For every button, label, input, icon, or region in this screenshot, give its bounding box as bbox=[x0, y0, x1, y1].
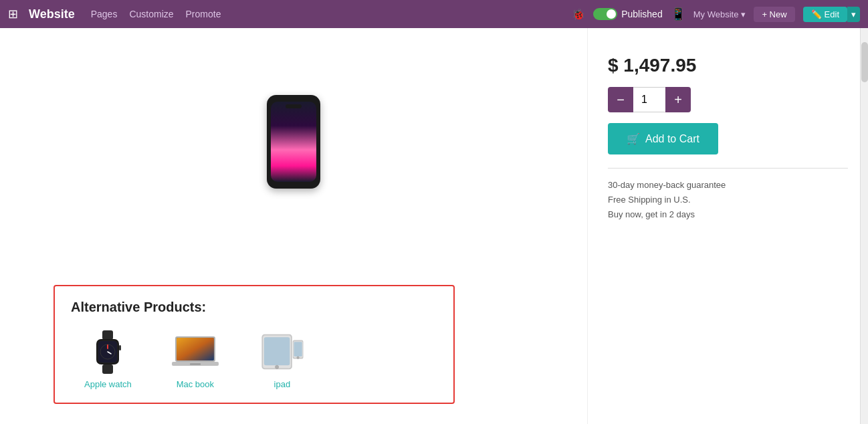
svg-rect-11 bbox=[177, 338, 214, 360]
mobile-icon[interactable]: 📱 bbox=[671, 7, 685, 21]
nav-pages[interactable]: Pages bbox=[91, 9, 118, 19]
svg-rect-0 bbox=[102, 330, 113, 340]
bug-icon[interactable]: 🐞 bbox=[572, 8, 585, 21]
apple-watch-image bbox=[84, 328, 131, 375]
svg-rect-20 bbox=[294, 342, 302, 356]
main-content: Alternative Products: bbox=[0, 28, 868, 424]
toggle-thumb bbox=[607, 9, 616, 19]
cart-icon: 🛒 bbox=[627, 132, 640, 145]
add-to-cart-button[interactable]: 🛒 Add to Cart bbox=[608, 123, 718, 154]
svg-rect-16 bbox=[264, 337, 290, 365]
scrollbar-thumb[interactable] bbox=[861, 42, 868, 82]
iphone-screen bbox=[271, 102, 316, 182]
alt-product-macbook[interactable]: Mac book bbox=[172, 328, 219, 389]
product-price: $ 1,497.95 bbox=[608, 55, 848, 76]
svg-rect-13 bbox=[190, 363, 201, 365]
product-panel: Alternative Products: bbox=[0, 28, 587, 424]
svg-point-21 bbox=[297, 356, 300, 359]
chevron-down-icon: ▾ bbox=[741, 9, 746, 19]
product-image bbox=[267, 95, 320, 189]
my-website-button[interactable]: My Website ▾ bbox=[693, 9, 746, 19]
pencil-icon: ✏️ bbox=[811, 9, 822, 19]
guarantee-line-1: 30-day money-back guarantee bbox=[608, 178, 848, 193]
nav-customize[interactable]: Customize bbox=[129, 9, 173, 19]
nav-links: Pages Customize Promote bbox=[91, 9, 221, 19]
edit-dropdown-button[interactable]: ▾ bbox=[847, 7, 860, 22]
quantity-decrease-button[interactable]: − bbox=[608, 87, 633, 112]
guarantee-line-2: Free Shipping in U.S. bbox=[608, 193, 848, 207]
edit-group: ✏️ Edit ▾ bbox=[803, 7, 860, 22]
alternative-products-section: Alternative Products: bbox=[53, 285, 455, 404]
svg-rect-7 bbox=[102, 364, 113, 374]
edit-button[interactable]: ✏️ Edit bbox=[803, 7, 847, 22]
quantity-increase-button[interactable]: + bbox=[665, 87, 691, 112]
product-info-panel: $ 1,497.95 − + 🛒 Add to Cart 30-day mone… bbox=[587, 28, 868, 424]
brand-name: Website bbox=[29, 7, 75, 21]
apple-watch-svg bbox=[91, 330, 124, 374]
quantity-input[interactable] bbox=[633, 87, 665, 112]
published-label: Published bbox=[621, 9, 663, 19]
navbar: ⊞ Website Pages Customize Promote 🐞 Publ… bbox=[0, 0, 868, 28]
svg-point-17 bbox=[275, 365, 278, 368]
iphone-notch bbox=[286, 104, 302, 108]
alt-products-title: Alternative Products: bbox=[71, 300, 437, 315]
alt-product-apple-watch[interactable]: Apple watch bbox=[84, 328, 132, 389]
quantity-row: − + bbox=[608, 87, 848, 112]
ipad-image bbox=[259, 328, 306, 375]
macbook-svg bbox=[172, 335, 219, 368]
svg-rect-8 bbox=[119, 345, 121, 350]
published-toggle[interactable]: Published bbox=[593, 8, 663, 20]
navbar-right: 🐞 Published 📱 My Website ▾ + New ✏️ Edit… bbox=[572, 7, 860, 22]
macbook-label: Mac book bbox=[177, 379, 214, 389]
scrollbar-track[interactable] bbox=[860, 28, 868, 424]
ipad-svg bbox=[259, 330, 306, 374]
grid-icon[interactable]: ⊞ bbox=[8, 7, 18, 21]
alt-products-grid: Apple watch bbox=[71, 328, 437, 389]
guarantee-line-3: Buy now, get in 2 days bbox=[608, 207, 848, 222]
new-button[interactable]: + New bbox=[754, 7, 794, 22]
toggle-track[interactable] bbox=[593, 8, 617, 20]
separator bbox=[608, 168, 848, 169]
guarantee-text: 30-day money-back guarantee Free Shippin… bbox=[608, 178, 848, 222]
nav-promote[interactable]: Promote bbox=[186, 9, 221, 19]
alt-product-ipad[interactable]: ipad bbox=[259, 328, 306, 389]
apple-watch-label: Apple watch bbox=[84, 379, 132, 389]
macbook-image bbox=[172, 328, 219, 375]
ipad-label: ipad bbox=[274, 379, 291, 389]
